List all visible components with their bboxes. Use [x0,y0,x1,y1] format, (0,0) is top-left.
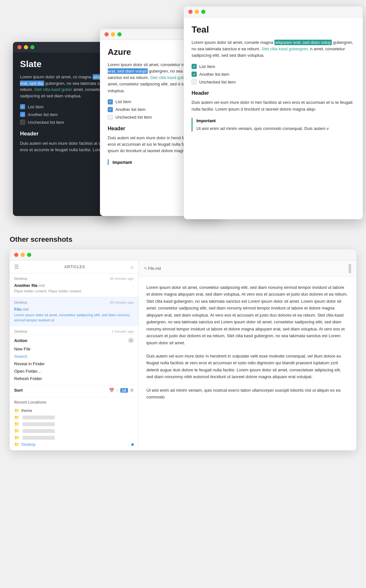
file-location-2: Desktop [14,300,27,304]
maximize-button-slate[interactable] [30,45,35,49]
file-item-3[interactable]: Desktop 1 minutes ago [10,326,138,335]
location-3[interactable]: 📁 [14,421,134,427]
azure-blockquote-title: Important [113,160,132,165]
minimize-button-slate[interactable] [24,45,28,49]
location-5[interactable]: 📁 [14,434,134,441]
window-bottom-body: ☰ ARTICLES ⌕ Desktop 36 minutes ago Anot… [10,260,356,450]
folder-icon-desktop: 📁 [14,442,19,447]
right-panel-header: ✎ File.md [139,260,356,277]
location-4[interactable]: 📁 [14,427,134,434]
left-panel: ☰ ARTICLES ⌕ Desktop 36 minutes ago Anot… [10,260,139,450]
location-bar-5 [23,436,55,440]
folder-icon-2: 📁 [14,415,19,420]
teal-paragraph1: Lorem ipsum dolor sit amet, consete magn… [192,39,355,59]
top-section: Slate Lorem ipsum dolor sit amet, co mag… [0,0,366,232]
file-name-2: File.md [14,307,134,312]
location-theme[interactable]: 📁 theme [14,407,134,414]
sort-icons: 📅 ↑ 1A ⚙ [109,388,134,393]
azure-checkbox-1[interactable] [108,99,113,104]
close-button-bottom[interactable] [14,253,18,257]
file-location-3: Desktop [14,329,27,333]
file-name-1: Another file.md [14,283,134,288]
action-new-file[interactable]: New File [14,345,134,353]
teal-list-label-2: Another list item [199,72,229,77]
action-refresh[interactable]: Refresh Folder [14,375,134,382]
action-search[interactable]: Search [14,353,134,360]
minimize-button-teal[interactable] [195,10,199,14]
folder-icon-5: 📁 [14,435,19,440]
teal-checkbox-1[interactable] [192,64,197,69]
hamburger-icon[interactable]: ☰ [14,264,19,270]
action-menu-header: Action ✕ [14,338,134,343]
file-item-2[interactable]: Desktop 35 minutes ago File.md Lorem ips… [10,297,138,326]
location-name-theme: theme [21,408,32,413]
minimize-button-azure[interactable] [111,32,115,36]
other-screenshots-section: Other screenshots ☰ ARTICLES ⌕ Desk [0,232,366,457]
azure-list-label-2: Another list item [115,107,145,112]
azure-checkbox-2[interactable] [108,107,113,112]
teal-paragraph2: Duis autem vel eum iriure dolor in hen f… [192,99,355,112]
folder-icon-3: 📁 [14,422,19,426]
sort-1a-icon[interactable]: 1A [120,388,128,393]
file-preview-2: Lorem ipsum dolor sit amet, consetetur s… [14,313,134,323]
location-bar-3 [23,422,55,426]
bottom-chrome [10,250,356,260]
maximize-button-azure[interactable] [117,32,122,36]
sort-title: Sort [14,388,23,393]
teal-checkbox-3[interactable] [192,79,197,84]
minimize-button-bottom[interactable] [21,253,25,257]
location-2[interactable]: 📁 [14,414,134,421]
doc-paragraph-3: Ut wisi enim ad minim veniam, quis nostr… [146,387,349,401]
slate-list-label-1: List Item [28,104,44,109]
sort-settings-icon[interactable]: ⚙ [130,388,134,393]
action-menu-title: Action [14,338,27,343]
file-meta-2: Desktop 35 minutes ago [10,297,138,306]
file-time-3: 1 minutes ago [112,329,134,333]
close-button-azure[interactable] [104,32,109,36]
azure-list-label-1: List Item [115,99,131,104]
teal-blockquote-title: Important [196,118,216,123]
file-meta-3: Desktop 1 minutes ago [10,326,138,335]
sort-header: Sort 📅 ↑ 1A ⚙ [14,388,134,393]
close-button-teal[interactable] [188,10,193,14]
recent-locations-title: Recent Locations [14,400,134,405]
azure-list-label-3: Unchecked list item [115,115,152,120]
slate-checkbox-2[interactable] [20,112,25,117]
sort-asc-icon[interactable]: ↑ [116,388,118,393]
teal-checkbox-list: List Item Another list item Unchecked li… [192,64,355,84]
window-teal: Teal Lorem ipsum dolor sit amet, consete… [184,6,363,219]
location-bar-2 [23,416,55,419]
scrollbar[interactable] [349,264,351,273]
close-button-slate[interactable] [17,45,22,49]
calendar-sort-icon[interactable]: 📅 [109,388,114,393]
maximize-button-bottom[interactable] [27,253,31,257]
file-preview-1: Place holder content. Place holder conte… [14,289,134,294]
maximize-button-teal[interactable] [201,10,205,14]
teal-link: Stet clita kasd gubergren [262,46,308,51]
file-item-1[interactable]: Desktop 36 minutes ago Another file.md P… [10,273,138,297]
location-desktop[interactable]: 📁 Desktop [14,441,134,448]
teal-checkbox-2[interactable] [192,72,197,77]
action-menu-close-button[interactable]: ✕ [128,338,134,343]
file-detail-2: File.md Lorem ipsum dolor sit amet, cons… [10,306,138,326]
folder-icon-4: 📁 [14,428,19,433]
action-menu: Action ✕ New File Search Reveal in Finde… [10,335,138,385]
slate-highlight: aliquyam erat, sed dia [20,74,110,86]
slate-list-label-3: Unchecked list item [28,120,64,125]
teal-blockquote-text: Ut wisi enim ad minim veniam, quis commo… [196,125,355,132]
teal-blockquote: Important Ut wisi enim ad minim veniam, … [192,118,355,132]
action-reveal[interactable]: Reveal in Finder [14,360,134,368]
search-icon[interactable]: ⌕ [131,264,134,270]
slate-checkbox-1[interactable] [20,104,25,109]
right-panel: ✎ File.md Lorem ipsum dolor sit amet, co… [139,260,356,450]
left-panel-header: ☰ ARTICLES ⌕ [10,260,138,273]
file-time-2: 35 minutes ago [110,300,134,304]
location-name-desktop: Desktop [21,442,35,447]
teal-content: Teal Lorem ipsum dolor sit amet, consete… [184,17,363,144]
location-active-dot [131,443,134,446]
action-open-folder[interactable]: Open Folder... [14,368,134,375]
slate-list-label-2: Another list item [28,112,58,117]
slate-checkbox-3[interactable] [20,120,25,125]
azure-checkbox-3[interactable] [108,115,113,120]
teal-list-label-3: Unchecked list item [199,80,236,84]
